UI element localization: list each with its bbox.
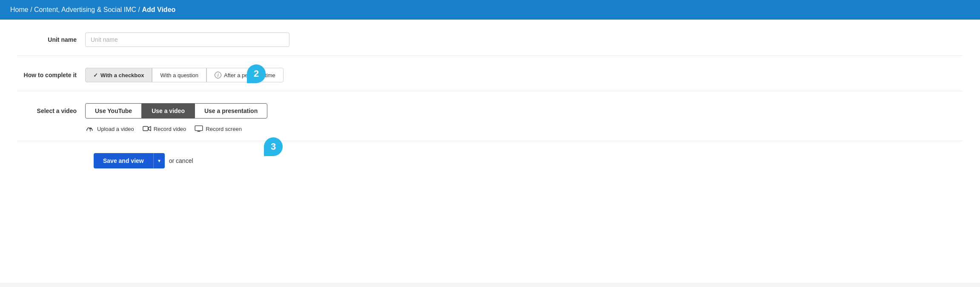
save-button-group: Save and view ▾ <box>94 153 165 168</box>
completion-time-btn[interactable]: i After a period of time <box>206 68 284 82</box>
completion-button-group: ✓ With a checkbox With a question i Afte… <box>85 68 963 82</box>
cancel-link[interactable]: or cancel <box>169 157 193 164</box>
completion-checkbox-btn[interactable]: ✓ With a checkbox <box>85 68 152 82</box>
question-label: With a question <box>160 72 198 78</box>
save-arrow-button[interactable]: ▾ <box>153 153 165 168</box>
youtube-tab[interactable]: Use YouTube <box>85 103 142 119</box>
breadcrumb-home[interactable]: Home <box>10 6 29 13</box>
record-video-option[interactable]: Record video <box>143 125 186 132</box>
breadcrumb-sep2: / <box>136 6 142 13</box>
upload-icon <box>86 125 95 132</box>
completion-options-area: ✓ With a checkbox With a question i Afte… <box>85 68 963 82</box>
svg-rect-3 <box>195 126 203 131</box>
how-to-complete-label: How to complete it <box>17 72 85 78</box>
unit-name-input[interactable] <box>85 32 289 47</box>
upload-video-label: Upload a video <box>97 126 134 132</box>
use-video-tab[interactable]: Use a video <box>142 103 195 119</box>
video-tab-group: Use YouTube Use a video Use a presentati… <box>85 103 963 119</box>
checkbox-icon: ✓ <box>93 72 98 78</box>
video-tabs-area: Use YouTube Use a video Use a presentati… <box>85 103 963 119</box>
how-to-complete-row: How to complete it ✓ With a checkbox Wit… <box>17 68 963 91</box>
header: Home / Content, Advertising & Social IMC… <box>0 0 980 20</box>
record-screen-icon <box>195 125 203 132</box>
callout-2: 2 <box>247 64 266 83</box>
unit-name-field-area <box>85 32 963 47</box>
callout-3: 3 <box>264 137 283 156</box>
breadcrumb-section[interactable]: Content, Advertising & Social IMC <box>34 6 136 13</box>
breadcrumb-current: Add Video <box>142 6 175 13</box>
breadcrumb-sep1: / <box>29 6 34 13</box>
svg-rect-1 <box>143 127 148 131</box>
select-video-label: Select a video <box>17 107 85 114</box>
main-content: Unit name How to complete it ✓ With a ch… <box>0 20 980 283</box>
unit-name-label: Unit name <box>17 36 85 43</box>
unit-name-row: Unit name <box>17 32 963 56</box>
upload-video-option[interactable]: Upload a video <box>86 125 134 132</box>
checkbox-label: With a checkbox <box>100 72 144 78</box>
record-video-label: Record video <box>154 126 186 132</box>
save-and-view-button[interactable]: Save and view <box>94 153 153 168</box>
record-video-icon <box>143 125 151 132</box>
info-icon: i <box>215 72 221 78</box>
use-presentation-tab[interactable]: Use a presentation <box>195 103 267 119</box>
record-screen-label: Record screen <box>206 126 242 132</box>
record-screen-option[interactable]: Record screen <box>195 125 242 132</box>
completion-question-btn[interactable]: With a question <box>152 68 206 82</box>
save-row: Save and view ▾ or cancel <box>17 153 963 168</box>
svg-marker-2 <box>148 127 150 131</box>
breadcrumb: Home / Content, Advertising & Social IMC… <box>10 6 175 13</box>
upload-options-area: Upload a video Record video Record <box>85 125 242 132</box>
select-video-row: Select a video Use YouTube Use a video U… <box>17 103 963 141</box>
